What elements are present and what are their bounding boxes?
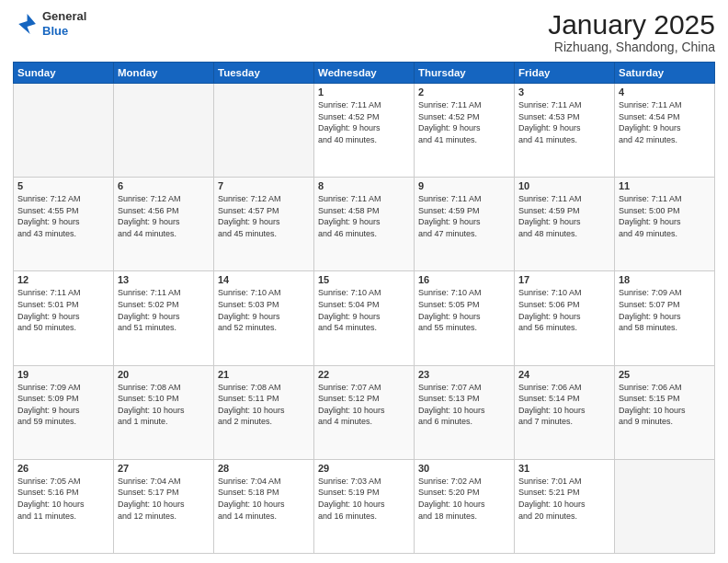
cell-content: Sunrise: 7:12 AM Sunset: 4:55 PM Dayligh… <box>17 193 109 239</box>
calendar-cell: 27Sunrise: 7:04 AM Sunset: 5:17 PM Dayli… <box>114 459 214 553</box>
cell-content: Sunrise: 7:09 AM Sunset: 5:09 PM Dayligh… <box>17 382 109 428</box>
calendar-cell: 10Sunrise: 7:11 AM Sunset: 4:59 PM Dayli… <box>515 178 615 271</box>
day-number: 29 <box>318 463 410 474</box>
day-number: 12 <box>17 274 109 285</box>
calendar-cell: 2Sunrise: 7:11 AM Sunset: 4:52 PM Daylig… <box>415 84 515 178</box>
calendar-cell: 9Sunrise: 7:11 AM Sunset: 4:59 PM Daylig… <box>415 178 515 271</box>
calendar-cell <box>114 84 214 178</box>
cell-content: Sunrise: 7:06 AM Sunset: 5:15 PM Dayligh… <box>619 382 711 428</box>
cell-content: Sunrise: 7:08 AM Sunset: 5:11 PM Dayligh… <box>218 382 310 428</box>
header: General Blue January 2025 Rizhuang, Shan… <box>13 9 715 54</box>
calendar-cell: 7Sunrise: 7:12 AM Sunset: 4:57 PM Daylig… <box>214 178 314 271</box>
cell-content: Sunrise: 7:11 AM Sunset: 5:00 PM Dayligh… <box>619 193 711 239</box>
calendar-cell: 11Sunrise: 7:11 AM Sunset: 5:00 PM Dayli… <box>615 178 715 271</box>
calendar-cell: 13Sunrise: 7:11 AM Sunset: 5:02 PM Dayli… <box>114 271 214 365</box>
calendar-week-2: 5Sunrise: 7:12 AM Sunset: 4:55 PM Daylig… <box>14 178 715 271</box>
calendar-week-5: 26Sunrise: 7:05 AM Sunset: 5:16 PM Dayli… <box>14 459 715 553</box>
day-number: 13 <box>118 274 210 285</box>
calendar-cell: 19Sunrise: 7:09 AM Sunset: 5:09 PM Dayli… <box>14 365 114 459</box>
cell-content: Sunrise: 7:11 AM Sunset: 4:52 PM Dayligh… <box>318 99 410 145</box>
day-number: 8 <box>318 180 410 191</box>
cell-content: Sunrise: 7:05 AM Sunset: 5:16 PM Dayligh… <box>17 476 109 522</box>
cell-content: Sunrise: 7:11 AM Sunset: 4:53 PM Dayligh… <box>518 99 610 145</box>
cell-content: Sunrise: 7:09 AM Sunset: 5:07 PM Dayligh… <box>619 287 711 333</box>
cell-content: Sunrise: 7:08 AM Sunset: 5:10 PM Dayligh… <box>118 382 210 428</box>
day-number: 3 <box>518 86 610 98</box>
logo-text: General Blue <box>42 9 86 38</box>
logo-blue: Blue <box>42 24 68 38</box>
calendar-week-1: 1Sunrise: 7:11 AM Sunset: 4:52 PM Daylig… <box>14 84 715 178</box>
calendar-cell: 26Sunrise: 7:05 AM Sunset: 5:16 PM Dayli… <box>14 459 114 553</box>
calendar-week-4: 19Sunrise: 7:09 AM Sunset: 5:09 PM Dayli… <box>14 365 715 459</box>
cell-content: Sunrise: 7:11 AM Sunset: 4:52 PM Dayligh… <box>418 99 510 145</box>
day-number: 21 <box>218 369 310 380</box>
cell-content: Sunrise: 7:12 AM Sunset: 4:56 PM Dayligh… <box>118 193 210 239</box>
subtitle: Rizhuang, Shandong, China <box>548 40 715 54</box>
logo-icon <box>13 11 39 37</box>
day-number: 15 <box>318 274 410 285</box>
day-number: 16 <box>418 274 510 285</box>
calendar-cell: 4Sunrise: 7:11 AM Sunset: 4:54 PM Daylig… <box>615 84 715 178</box>
main-title: January 2025 <box>548 9 715 40</box>
cell-content: Sunrise: 7:11 AM Sunset: 4:59 PM Dayligh… <box>518 193 610 239</box>
calendar-cell: 5Sunrise: 7:12 AM Sunset: 4:55 PM Daylig… <box>14 178 114 271</box>
day-number: 26 <box>17 463 109 474</box>
day-number: 4 <box>619 86 711 98</box>
calendar-week-3: 12Sunrise: 7:11 AM Sunset: 5:01 PM Dayli… <box>14 271 715 365</box>
calendar-cell: 29Sunrise: 7:03 AM Sunset: 5:19 PM Dayli… <box>314 459 415 553</box>
calendar-cell: 21Sunrise: 7:08 AM Sunset: 5:11 PM Dayli… <box>214 365 314 459</box>
calendar-cell: 23Sunrise: 7:07 AM Sunset: 5:13 PM Dayli… <box>415 365 515 459</box>
cell-content: Sunrise: 7:02 AM Sunset: 5:20 PM Dayligh… <box>418 476 510 522</box>
calendar-header-row: SundayMondayTuesdayWednesdayThursdayFrid… <box>14 63 715 84</box>
day-header-thursday: Thursday <box>415 63 515 84</box>
calendar-cell: 31Sunrise: 7:01 AM Sunset: 5:21 PM Dayli… <box>515 459 615 553</box>
day-number: 14 <box>218 274 310 285</box>
day-number: 7 <box>218 180 310 191</box>
cell-content: Sunrise: 7:07 AM Sunset: 5:12 PM Dayligh… <box>318 382 410 428</box>
day-header-saturday: Saturday <box>615 63 715 84</box>
calendar-cell: 18Sunrise: 7:09 AM Sunset: 5:07 PM Dayli… <box>615 271 715 365</box>
cell-content: Sunrise: 7:04 AM Sunset: 5:18 PM Dayligh… <box>218 476 310 522</box>
cell-content: Sunrise: 7:12 AM Sunset: 4:57 PM Dayligh… <box>218 193 310 239</box>
day-number: 20 <box>118 369 210 380</box>
day-number: 17 <box>518 274 610 285</box>
cell-content: Sunrise: 7:06 AM Sunset: 5:14 PM Dayligh… <box>518 382 610 428</box>
logo-general: General <box>42 9 86 23</box>
calendar-cell: 8Sunrise: 7:11 AM Sunset: 4:58 PM Daylig… <box>314 178 415 271</box>
calendar-cell <box>615 459 715 553</box>
day-number: 27 <box>118 463 210 474</box>
calendar-cell: 17Sunrise: 7:10 AM Sunset: 5:06 PM Dayli… <box>515 271 615 365</box>
cell-content: Sunrise: 7:11 AM Sunset: 4:59 PM Dayligh… <box>418 193 510 239</box>
cell-content: Sunrise: 7:07 AM Sunset: 5:13 PM Dayligh… <box>418 382 510 428</box>
day-number: 25 <box>619 369 711 380</box>
day-number: 23 <box>418 369 510 380</box>
day-number: 2 <box>418 86 510 98</box>
calendar-cell: 20Sunrise: 7:08 AM Sunset: 5:10 PM Dayli… <box>114 365 214 459</box>
calendar-cell <box>214 84 314 178</box>
day-number: 1 <box>318 86 410 98</box>
calendar-cell: 24Sunrise: 7:06 AM Sunset: 5:14 PM Dayli… <box>515 365 615 459</box>
day-number: 5 <box>17 180 109 191</box>
day-number: 18 <box>619 274 711 285</box>
day-header-sunday: Sunday <box>14 63 114 84</box>
day-number: 24 <box>518 369 610 380</box>
logo: General Blue <box>13 9 86 38</box>
calendar-cell: 6Sunrise: 7:12 AM Sunset: 4:56 PM Daylig… <box>114 178 214 271</box>
cell-content: Sunrise: 7:11 AM Sunset: 5:01 PM Dayligh… <box>17 287 109 333</box>
day-number: 22 <box>318 369 410 380</box>
page: General Blue January 2025 Rizhuang, Shan… <box>0 0 728 563</box>
calendar-cell: 30Sunrise: 7:02 AM Sunset: 5:20 PM Dayli… <box>415 459 515 553</box>
calendar-cell: 14Sunrise: 7:10 AM Sunset: 5:03 PM Dayli… <box>214 271 314 365</box>
day-number: 28 <box>218 463 310 474</box>
day-number: 9 <box>418 180 510 191</box>
calendar-cell: 12Sunrise: 7:11 AM Sunset: 5:01 PM Dayli… <box>14 271 114 365</box>
cell-content: Sunrise: 7:11 AM Sunset: 4:54 PM Dayligh… <box>619 99 711 145</box>
calendar-cell: 22Sunrise: 7:07 AM Sunset: 5:12 PM Dayli… <box>314 365 415 459</box>
calendar-cell: 1Sunrise: 7:11 AM Sunset: 4:52 PM Daylig… <box>314 84 415 178</box>
cell-content: Sunrise: 7:10 AM Sunset: 5:05 PM Dayligh… <box>418 287 510 333</box>
day-header-wednesday: Wednesday <box>314 63 415 84</box>
calendar-cell: 3Sunrise: 7:11 AM Sunset: 4:53 PM Daylig… <box>515 84 615 178</box>
day-header-monday: Monday <box>114 63 214 84</box>
day-number: 19 <box>17 369 109 380</box>
calendar-cell <box>14 84 114 178</box>
